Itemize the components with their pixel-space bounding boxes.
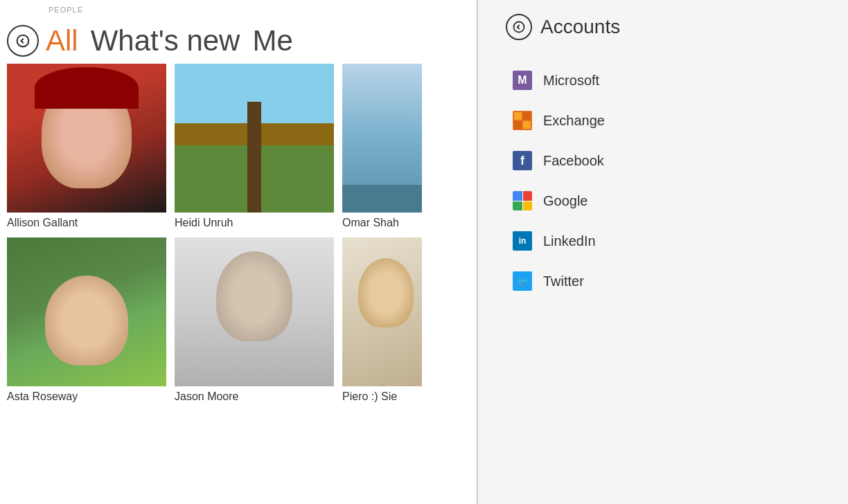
contact-grid: Allison Gallant Heidi Unruh Omar Shah As… — [0, 57, 477, 504]
svg-point-1 — [514, 22, 524, 33]
account-name-twitter: Twitter — [543, 273, 584, 289]
accounts-header: Accounts — [506, 14, 820, 40]
microsoft-icon-wrapper: M — [511, 69, 533, 91]
linkedin-icon-wrapper: in — [511, 230, 533, 252]
back-button-left[interactable] — [7, 25, 39, 57]
contact-card-heidi[interactable]: Heidi Unruh — [175, 64, 334, 232]
right-panel: Accounts M Microsoft Exchange — [478, 0, 848, 504]
contact-photo-allison — [7, 64, 166, 213]
exchange-icon-wrapper — [511, 109, 533, 132]
contact-photo-jason — [175, 237, 334, 386]
account-item-facebook[interactable]: f Facebook — [506, 141, 820, 180]
svg-rect-3 — [514, 112, 522, 120]
google-icon — [513, 191, 532, 210]
account-list: M Microsoft Exchange f Facebook — [506, 61, 820, 300]
contact-name-asta: Asta Roseway — [7, 386, 166, 406]
account-item-google[interactable]: Google — [506, 181, 820, 220]
svg-rect-6 — [523, 121, 531, 129]
tab-me[interactable]: Me — [252, 26, 292, 55]
svg-rect-4 — [523, 112, 531, 120]
contact-card-asta[interactable]: Asta Roseway — [7, 237, 166, 406]
svg-point-0 — [17, 35, 29, 47]
twitter-icon: 🐦 — [513, 271, 532, 291]
top-section: PEOPLE — [0, 0, 477, 6]
account-item-linkedin[interactable]: in LinkedIn — [506, 222, 820, 260]
contact-name-piero: Piero :) Sie — [342, 386, 422, 406]
contact-card-allison[interactable]: Allison Gallant — [7, 64, 166, 232]
contact-name-omar: Omar Shah — [342, 213, 422, 232]
contact-name-jason: Jason Moore — [175, 386, 334, 406]
facebook-icon: f — [513, 151, 532, 170]
account-name-microsoft: Microsoft — [543, 73, 599, 89]
account-item-microsoft[interactable]: M Microsoft — [506, 61, 820, 100]
contact-name-allison: Allison Gallant — [7, 213, 166, 232]
contact-row-1: Allison Gallant Heidi Unruh Omar Shah — [7, 64, 470, 232]
linkedin-icon: in — [513, 231, 532, 251]
contact-row-2: Asta Roseway Jason Moore Piero :) Sie — [7, 237, 470, 406]
microsoft-icon: M — [513, 71, 532, 90]
tab-whats-new[interactable]: What's new — [91, 26, 240, 55]
facebook-icon-wrapper: f — [511, 150, 533, 172]
account-name-linkedin: LinkedIn — [543, 233, 596, 249]
contact-card-omar[interactable]: Omar Shah — [342, 64, 422, 232]
left-panel: PEOPLE All What's new Me Allison Gallant… — [0, 0, 478, 504]
tab-all[interactable]: All — [46, 26, 78, 55]
account-name-facebook: Facebook — [543, 153, 604, 169]
nav-tabs: All What's new Me — [0, 8, 477, 57]
contact-card-jason[interactable]: Jason Moore — [175, 237, 334, 406]
twitter-icon-wrapper: 🐦 — [511, 270, 533, 292]
exchange-icon — [513, 111, 532, 130]
contact-photo-asta — [7, 237, 166, 386]
account-item-twitter[interactable]: 🐦 Twitter — [506, 262, 820, 300]
contact-photo-heidi — [175, 64, 334, 213]
svg-rect-5 — [514, 121, 522, 129]
contact-photo-omar — [342, 64, 422, 213]
account-name-google: Google — [543, 193, 588, 209]
account-name-exchange: Exchange — [543, 113, 605, 129]
app-title: PEOPLE — [48, 6, 83, 14]
contact-card-piero[interactable]: Piero :) Sie — [342, 237, 422, 406]
account-item-exchange[interactable]: Exchange — [506, 101, 820, 140]
back-button-right[interactable] — [506, 14, 532, 40]
contact-photo-piero — [342, 237, 422, 386]
contact-name-heidi: Heidi Unruh — [175, 213, 334, 232]
google-icon-wrapper — [511, 190, 533, 212]
accounts-title: Accounts — [540, 16, 620, 38]
